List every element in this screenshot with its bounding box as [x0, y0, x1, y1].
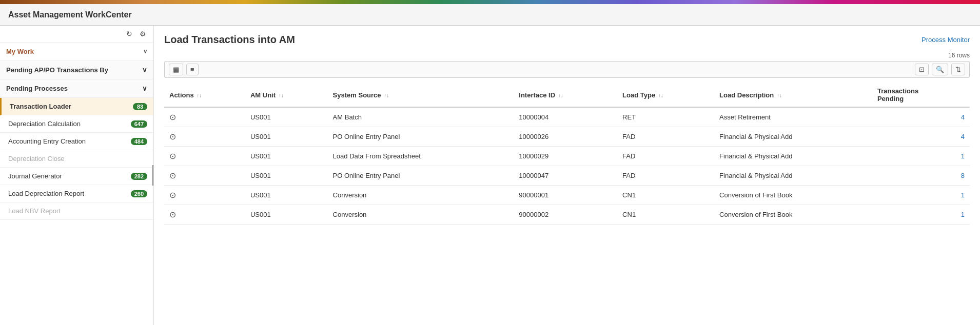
sidebar-item-label: Journal Generator	[8, 172, 62, 180]
action-circle-icon[interactable]: ⊙	[169, 132, 176, 141]
cell-am-unit: US001	[245, 147, 328, 166]
refresh-icon: ↻	[126, 30, 132, 38]
sidebar-item-badge: 83	[133, 103, 147, 110]
sidebar-mywork-header[interactable]: My Work ∨	[0, 43, 153, 61]
mywork-label: My Work	[6, 48, 34, 55]
cell-transactions-pending[interactable]: 1	[872, 147, 970, 166]
cell-system-source: PO Online Entry Panel	[328, 166, 514, 186]
table-body: ⊙US001AM Batch10000004RETAsset Retiremen…	[164, 107, 970, 225]
table-toolbar: ▦ ≡ ⊡ 🔍 ⇅	[164, 61, 970, 78]
col-load-description: Load Description ↑↓	[714, 83, 872, 107]
sidebar-item-depreciation-calculation[interactable]: Depreciation Calculation647	[0, 115, 153, 133]
table-row: ⊙US001PO Online Entry Panel10000047FADFi…	[164, 166, 970, 186]
pending-processes-chevron-icon: ∨	[142, 85, 147, 92]
cell-load-description: Financial & Physical Add	[714, 166, 872, 186]
cell-actions[interactable]: ⊙	[164, 147, 245, 166]
loadtype-sort-icon: ↑↓	[658, 93, 663, 98]
content-area: Load Transactions into AM Process Monito…	[154, 26, 980, 325]
cell-interface-id: 10000029	[514, 147, 617, 166]
sidebar-item-label: Load NBV Report	[8, 207, 61, 215]
pending-appo-chevron-icon: ∨	[142, 66, 147, 74]
sidebar-item-accounting-entry-creation[interactable]: Accounting Entry Creation484	[0, 133, 153, 150]
sidebar-item-label: Load Depreciation Report	[8, 190, 84, 197]
action-circle-icon[interactable]: ⊙	[169, 171, 176, 180]
toolbar-left: ▦ ≡	[169, 64, 199, 75]
cell-transactions-pending[interactable]: 1	[872, 205, 970, 225]
action-circle-icon[interactable]: ⊙	[169, 210, 176, 219]
cell-actions[interactable]: ⊙	[164, 166, 245, 186]
table-row: ⊙US001Conversion90000001CN1Conversion of…	[164, 186, 970, 205]
cell-transactions-pending[interactable]: 4	[872, 127, 970, 147]
transactions-pending-link[interactable]: 1	[961, 191, 965, 199]
sidebar-pending-appo-header[interactable]: Pending AP/PO Transactions By ∨	[0, 61, 153, 79]
sort-button[interactable]: ⇅	[951, 64, 965, 75]
transactions-pending-link[interactable]: 8	[961, 172, 965, 179]
cell-interface-id: 90000001	[514, 186, 617, 205]
sidebar-item-badge: 260	[131, 190, 147, 197]
mywork-chevron-icon: ∨	[143, 48, 147, 55]
filter-button[interactable]: ≡	[186, 64, 199, 75]
main-layout: ↻ ⚙ My Work ∨ Pending AP/PO Transactions…	[0, 26, 980, 325]
pending-appo-label: Pending AP/PO Transactions By	[6, 66, 108, 74]
col-transactions-pending: TransactionsPending	[872, 83, 970, 107]
sidebar-item-label: Transaction Loader	[10, 103, 71, 110]
sidebar-refresh-button[interactable]: ↻	[124, 29, 134, 39]
cell-actions[interactable]: ⊙	[164, 107, 245, 127]
table-header-row: Actions ↑↓ AM Unit ↑↓ System Source ↑↓ I…	[164, 83, 970, 107]
table-row: ⊙US001Load Data From Spreadsheet10000029…	[164, 147, 970, 166]
sidebar-toolbar: ↻ ⚙	[0, 26, 153, 43]
sidebar-item-transaction-loader[interactable]: Transaction Loader83	[0, 98, 153, 115]
cell-transactions-pending[interactable]: 8	[872, 166, 970, 186]
content-title: Load Transactions into AM	[164, 34, 295, 46]
cell-interface-id: 10000026	[514, 127, 617, 147]
cell-interface-id: 10000004	[514, 107, 617, 127]
sidebar-item-journal-generator[interactable]: Journal Generator282	[0, 168, 153, 185]
col-interface-id: Interface ID ↑↓	[514, 83, 617, 107]
sidebar: ↻ ⚙ My Work ∨ Pending AP/PO Transactions…	[0, 26, 154, 325]
pending-processes-label: Pending Processes	[6, 85, 68, 92]
cell-load-type: CN1	[617, 205, 714, 225]
cell-load-description: Conversion of First Book	[714, 186, 872, 205]
cell-actions[interactable]: ⊙	[164, 127, 245, 147]
transactions-pending-link[interactable]: 1	[961, 152, 965, 160]
table-row: ⊙US001Conversion90000002CN1Conversion of…	[164, 205, 970, 225]
cell-am-unit: US001	[245, 127, 328, 147]
cell-am-unit: US001	[245, 107, 328, 127]
cell-interface-id: 10000047	[514, 166, 617, 186]
cell-transactions-pending[interactable]: 1	[872, 186, 970, 205]
transactions-pending-link[interactable]: 4	[961, 113, 965, 121]
cell-actions[interactable]: ⊙	[164, 186, 245, 205]
color-bar	[0, 0, 980, 4]
search-button[interactable]: 🔍	[932, 64, 948, 75]
sort-icon: ⇅	[955, 66, 961, 73]
cell-system-source: PO Online Entry Panel	[328, 127, 514, 147]
action-circle-icon[interactable]: ⊙	[169, 152, 176, 160]
cell-load-type: CN1	[617, 186, 714, 205]
process-monitor-link[interactable]: Process Monitor	[922, 36, 970, 44]
action-circle-icon[interactable]: ⊙	[169, 113, 176, 121]
cell-load-description: Conversion of First Book	[714, 205, 872, 225]
cell-load-type: RET	[617, 107, 714, 127]
grid-view-button[interactable]: ▦	[169, 64, 183, 75]
settings-icon: ⚙	[140, 30, 146, 38]
cell-transactions-pending[interactable]: 4	[872, 107, 970, 127]
sidebar-pending-processes-header[interactable]: Pending Processes ∨	[0, 79, 153, 98]
transactions-pending-link[interactable]: 1	[961, 211, 965, 218]
cell-interface-id: 90000002	[514, 205, 617, 225]
transactions-pending-link[interactable]: 4	[961, 133, 965, 140]
sidebar-item-load-depreciation-report[interactable]: Load Depreciation Report260	[0, 185, 153, 202]
sidebar-collapse-handle[interactable]: ‖	[152, 165, 154, 186]
content-header: Load Transactions into AM Process Monito…	[164, 34, 970, 46]
col-system-source: System Source ↑↓	[328, 83, 514, 107]
select-all-button[interactable]: ⊡	[915, 64, 929, 75]
col-actions: Actions ↑↓	[164, 83, 245, 107]
sidebar-item-depreciation-close: Depreciation Close	[0, 150, 153, 168]
app-title: Asset Management WorkCenter	[8, 10, 132, 19]
sidebar-item-badge: 282	[131, 173, 147, 180]
sidebar-item-badge: 484	[131, 138, 147, 145]
toolbar-right: ⊡ 🔍 ⇅	[915, 64, 965, 75]
systemsource-sort-icon: ↑↓	[384, 93, 389, 98]
sidebar-settings-button[interactable]: ⚙	[138, 29, 148, 39]
action-circle-icon[interactable]: ⊙	[169, 191, 176, 199]
cell-actions[interactable]: ⊙	[164, 205, 245, 225]
